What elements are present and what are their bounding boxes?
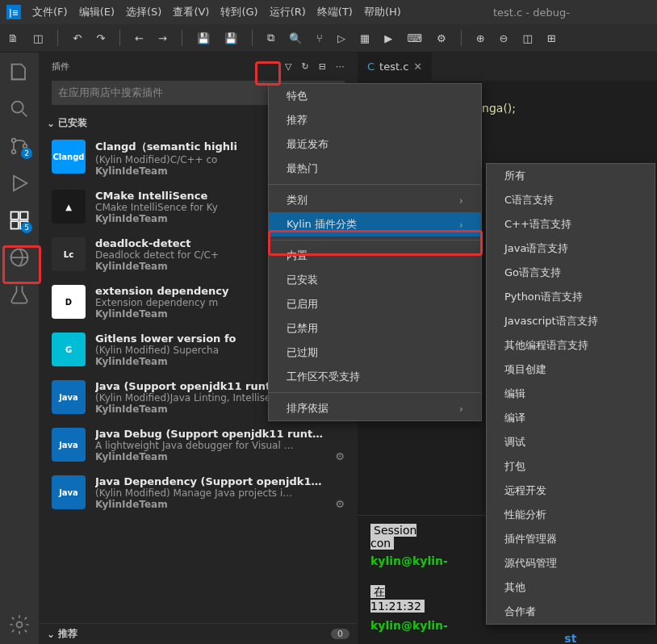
- menu-item[interactable]: C语言支持: [487, 188, 655, 212]
- recommended-section[interactable]: 推荐: [47, 627, 77, 641]
- svg-point-9: [17, 622, 23, 628]
- menu-item[interactable]: Javascript语言支持: [487, 309, 655, 333]
- ab-run-debug-icon[interactable]: [8, 172, 31, 194]
- menu-separator: [269, 240, 481, 240]
- menu-item[interactable]: Go语言支持: [487, 261, 655, 285]
- menu-file[interactable]: 文件(F): [32, 5, 68, 19]
- menu-item[interactable]: 推荐: [269, 108, 481, 132]
- tool-undo-icon[interactable]: ↶: [73, 32, 82, 44]
- menu-separator: [269, 392, 481, 393]
- menu-item[interactable]: 调试: [487, 430, 655, 454]
- extension-icon: Clangd: [52, 140, 86, 174]
- menu-item[interactable]: C++语言支持: [487, 212, 655, 236]
- menu-separator: [269, 184, 481, 185]
- extension-name: Java Debug (Support openjdk11 runt…: [95, 428, 325, 440]
- tool-branch-icon[interactable]: ⑂: [316, 32, 323, 44]
- clear-icon[interactable]: ⊟: [319, 61, 326, 72]
- menu-item[interactable]: Java语言支持: [487, 236, 655, 261]
- extension-icon: Lc: [52, 237, 86, 271]
- tool-new-file-icon[interactable]: 🗎: [8, 32, 19, 44]
- sidebar-title: 插件: [52, 61, 69, 73]
- menu-item[interactable]: 最近发布: [269, 132, 481, 157]
- extension-desc: (Kylin Modified) Manage Java projects i…: [95, 487, 325, 499]
- ab-remote-icon[interactable]: [8, 246, 31, 269]
- tool-keyboard-icon[interactable]: ⌨: [407, 32, 422, 44]
- ab-source-control-icon[interactable]: 2: [8, 135, 31, 157]
- tool-debug-icon[interactable]: ▷: [337, 32, 345, 44]
- refresh-icon[interactable]: ↻: [302, 61, 309, 72]
- filter-icon[interactable]: ▽: [285, 61, 291, 72]
- menu-help[interactable]: 帮助(H): [364, 5, 401, 19]
- menu-select[interactable]: 选择(S): [126, 5, 161, 19]
- editor-tab[interactable]: C test.c ✕: [358, 52, 433, 81]
- tool-zoomout-icon[interactable]: ⊖: [500, 32, 508, 44]
- menu-item[interactable]: 性能分析: [487, 503, 655, 527]
- menu-item[interactable]: 编辑: [487, 382, 655, 406]
- ab-explorer-icon[interactable]: [8, 61, 31, 83]
- menu-item[interactable]: 源代码管理: [487, 551, 655, 575]
- menu-item[interactable]: 内置: [269, 244, 481, 268]
- more-icon[interactable]: ⋯: [336, 61, 345, 72]
- app-logo: |≡: [6, 5, 21, 19]
- extension-gear-icon[interactable]: ⚙: [335, 498, 345, 510]
- menu-item[interactable]: 合作者: [487, 600, 655, 624]
- tool-copy-icon[interactable]: ⧉: [267, 31, 274, 44]
- menu-item[interactable]: 打包: [487, 454, 655, 479]
- tool-split-icon[interactable]: ▦: [360, 32, 370, 44]
- tool-save-icon[interactable]: 💾: [197, 32, 210, 44]
- menu-item[interactable]: 远程开发: [487, 479, 655, 503]
- terminal-prompt: kylin@kylin-: [370, 554, 448, 567]
- menu-item[interactable]: 其他: [487, 575, 655, 600]
- menu-item[interactable]: 特色: [269, 84, 481, 108]
- extension-icon: Java: [52, 380, 86, 414]
- tool-saveall-icon[interactable]: 💾: [224, 32, 237, 44]
- ab-scm-badge: 2: [21, 148, 32, 159]
- menu-goto[interactable]: 转到(G): [220, 5, 257, 19]
- menu-item[interactable]: 所有: [487, 164, 655, 188]
- tool-zoomin-icon[interactable]: ⊕: [476, 32, 485, 44]
- menu-item[interactable]: 已启用: [269, 292, 481, 316]
- menu-item[interactable]: Kylin 插件分类›: [269, 212, 481, 236]
- extension-item[interactable]: Java Java Debug (Support openjdk11 runt……: [39, 421, 358, 469]
- tool-redo-icon[interactable]: ↷: [96, 32, 105, 44]
- extension-gear-icon[interactable]: ⚙: [335, 450, 345, 462]
- tool-sidebar-icon[interactable]: ◫: [33, 32, 43, 44]
- svg-rect-5: [20, 212, 27, 220]
- extension-icon: G: [52, 332, 86, 366]
- extension-author: KylinIdeTeam: [95, 499, 325, 510]
- menu-item[interactable]: 已安装: [269, 268, 481, 292]
- tool-back-icon[interactable]: ←: [135, 32, 144, 44]
- menu-item[interactable]: 类别›: [269, 188, 481, 212]
- tool-forward-icon[interactable]: →: [158, 32, 167, 44]
- menu-terminal[interactable]: 终端(T): [317, 5, 353, 19]
- tool-search-icon[interactable]: 🔍: [289, 32, 302, 44]
- menu-item[interactable]: 排序依据›: [269, 396, 481, 420]
- menu-view[interactable]: 查看(V): [173, 5, 209, 19]
- kylin-category-submenu: 所有C语言支持C++语言支持Java语言支持Go语言支持Python语言支持Ja…: [486, 163, 655, 625]
- menu-item[interactable]: 其他编程语言支持: [487, 333, 655, 358]
- menu-item[interactable]: Python语言支持: [487, 285, 655, 309]
- tool-run-icon[interactable]: ▶: [384, 32, 392, 44]
- menu-item[interactable]: 已禁用: [269, 316, 481, 341]
- tool-layout-icon[interactable]: ◫: [522, 32, 532, 44]
- ab-test-icon[interactable]: [8, 283, 31, 306]
- tool-gear-icon[interactable]: ⚙: [437, 32, 446, 44]
- tool-more-icon[interactable]: ⊞: [547, 32, 556, 44]
- menu-item[interactable]: 工作区不受支持: [269, 365, 481, 389]
- menu-item[interactable]: 插件管理器: [487, 527, 655, 551]
- svg-point-2: [12, 150, 16, 154]
- menu-run[interactable]: 运行(R): [270, 5, 306, 19]
- ab-search-icon[interactable]: [8, 98, 31, 120]
- activity-bar: 2 5: [0, 52, 39, 644]
- menu-edit[interactable]: 编辑(E): [79, 5, 115, 19]
- extension-desc: A lightweight Java debugger for Visual …: [95, 440, 325, 451]
- menu-item[interactable]: 已过期: [269, 341, 481, 365]
- filter-dropdown-menu: 特色推荐最近发布最热门类别›Kylin 插件分类›内置已安装已启用已禁用已过期工…: [268, 83, 482, 421]
- close-icon[interactable]: ✕: [413, 61, 422, 73]
- ab-extensions-icon[interactable]: 5: [8, 209, 31, 232]
- menu-item[interactable]: 编译: [487, 406, 655, 430]
- extension-item[interactable]: Java Java Dependency (Support openjdk1… …: [39, 469, 358, 516]
- ab-settings-icon[interactable]: [8, 613, 31, 636]
- menu-item[interactable]: 最热门: [269, 157, 481, 181]
- menu-item[interactable]: 项目创建: [487, 358, 655, 382]
